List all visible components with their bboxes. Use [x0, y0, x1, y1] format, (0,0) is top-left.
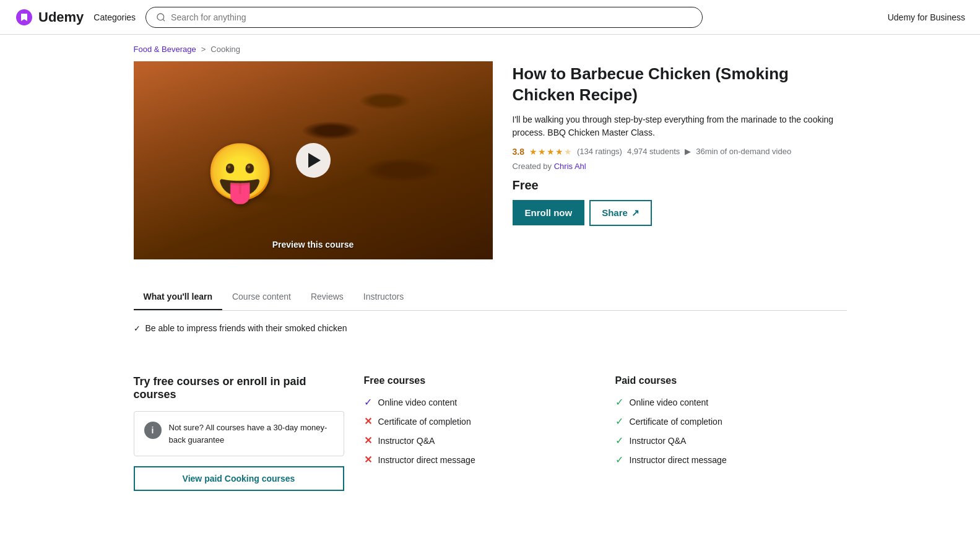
share-button[interactable]: Share ↗ — [589, 200, 652, 226]
main-content: Food & Beverage > Cooking 😛 Preview this… — [119, 35, 862, 506]
course-description: I'll be walking you through step-by-step… — [513, 113, 847, 139]
students-count: 4,974 students — [627, 147, 680, 156]
paid-feature-1-check: ✓ — [615, 415, 623, 427]
video-duration: 36min of on-demand video — [696, 147, 791, 156]
free-courses-col: Free courses ✓ Online video content ✕ Ce… — [364, 375, 596, 491]
free-feature-1-x: ✕ — [364, 415, 372, 427]
paid-feature-0-check: ✓ — [615, 396, 623, 408]
udemy-logo-icon — [15, 8, 33, 27]
free-feature-2: ✕ Instructor Q&A — [364, 435, 596, 446]
free-feature-1: ✕ Certificate of completion — [364, 415, 596, 427]
free-feature-2-x: ✕ — [364, 435, 372, 446]
comparison-section: Try free courses or enroll in paid cours… — [134, 360, 847, 506]
free-feature-1-label: Certificate of completion — [378, 417, 471, 427]
tabs-section: What you'll learn Course content Reviews… — [134, 284, 847, 311]
tab-reviews[interactable]: Reviews — [301, 284, 353, 310]
star-5: ★ — [564, 147, 572, 157]
breadcrumb-food-beverage[interactable]: Food & Beverage — [134, 45, 196, 54]
paid-feature-2-label: Instructor Q&A — [630, 436, 687, 446]
play-triangle-icon — [308, 153, 321, 168]
learn-item-0: ✓ Be able to impress friends with their … — [134, 323, 847, 333]
course-info: How to Barbecue Chicken (Smoking Chicken… — [513, 61, 847, 226]
ratings-count: (134 ratings) — [577, 147, 622, 156]
free-feature-0-label: Online video content — [378, 397, 457, 407]
paid-feature-0-label: Online video content — [630, 397, 709, 407]
emoji-overlay: 😛 — [206, 144, 275, 200]
star-4: ★ — [555, 147, 563, 157]
rating-number: 3.8 — [513, 147, 524, 157]
search-icon — [156, 12, 166, 22]
notice-text: Not sure? All courses have a 30-day mone… — [169, 422, 334, 446]
paid-feature-0: ✓ Online video content — [615, 396, 847, 408]
free-col-title: Free courses — [364, 375, 596, 386]
tab-course-content[interactable]: Course content — [222, 284, 301, 310]
paid-feature-2-check: ✓ — [615, 435, 623, 446]
udemy-wordmark: Udemy — [38, 9, 84, 25]
header: Udemy Categories Udemy for Business — [0, 0, 980, 35]
search-bar[interactable] — [145, 7, 703, 28]
tab-what-youll-learn[interactable]: What you'll learn — [134, 284, 222, 310]
preview-label: Preview this course — [272, 240, 354, 249]
business-link[interactable]: Udemy for Business — [888, 12, 965, 22]
video-icon: ▶ — [685, 147, 691, 156]
free-feature-3-label: Instructor direct message — [378, 455, 475, 465]
free-feature-0: ✓ Online video content — [364, 396, 596, 408]
paid-col-title: Paid courses — [615, 375, 847, 386]
course-layout: 😛 Preview this course How to Barbecue Ch… — [134, 61, 847, 259]
paid-feature-3-check: ✓ — [615, 454, 623, 466]
paid-feature-1: ✓ Certificate of completion — [615, 415, 847, 427]
course-title: How to Barbecue Chicken (Smoking Chicken… — [513, 64, 847, 106]
stars: ★ ★ ★ ★ ★ — [529, 147, 572, 157]
created-by: Created by Chris Ahl — [513, 162, 847, 171]
star-3: ★ — [547, 147, 555, 157]
paid-feature-2: ✓ Instructor Q&A — [615, 435, 847, 446]
search-input[interactable] — [171, 12, 692, 22]
paid-feature-3-label: Instructor direct message — [630, 455, 727, 465]
free-feature-0-check: ✓ — [364, 396, 372, 408]
enroll-button[interactable]: Enroll now — [513, 200, 585, 225]
share-arrow-icon: ↗ — [631, 207, 640, 219]
info-icon: i — [144, 422, 162, 439]
play-button[interactable] — [296, 143, 331, 178]
share-label: Share — [602, 207, 628, 218]
paid-courses-col: Paid courses ✓ Online video content ✓ Ce… — [615, 375, 847, 491]
star-1: ★ — [529, 147, 537, 157]
breadcrumb-cooking: Cooking — [210, 45, 240, 54]
video-container[interactable]: 😛 Preview this course — [134, 61, 493, 259]
breadcrumb: Food & Beverage > Cooking — [134, 35, 847, 61]
learn-item-text-0: Be able to impress friends with their sm… — [145, 323, 347, 333]
free-feature-2-label: Instructor Q&A — [378, 436, 435, 446]
categories-nav[interactable]: Categories — [93, 12, 136, 22]
tabs: What you'll learn Course content Reviews… — [134, 284, 847, 310]
action-buttons: Enroll now Share ↗ — [513, 200, 847, 226]
tab-instructors[interactable]: Instructors — [353, 284, 414, 310]
checkmark-icon: ✓ — [134, 324, 141, 333]
view-paid-button[interactable]: View paid Cooking courses — [134, 466, 344, 491]
star-2: ★ — [538, 147, 546, 157]
learn-section: ✓ Be able to impress friends with their … — [134, 311, 847, 350]
paid-feature-3: ✓ Instructor direct message — [615, 454, 847, 466]
comparison-title: Try free courses or enroll in paid cours… — [134, 375, 344, 401]
price-label: Free — [513, 178, 847, 193]
free-feature-3-x: ✕ — [364, 454, 372, 466]
rating-row: 3.8 ★ ★ ★ ★ ★ (134 ratings) 4,974 studen… — [513, 147, 847, 157]
breadcrumb-separator: > — [201, 45, 206, 54]
instructor-link[interactable]: Chris Ahl — [554, 162, 586, 171]
svg-point-0 — [157, 14, 164, 20]
paid-feature-1-label: Certificate of completion — [630, 417, 722, 427]
svg-line-1 — [163, 19, 165, 21]
logo-area[interactable]: Udemy — [15, 8, 84, 27]
video-thumbnail: 😛 Preview this course — [134, 61, 493, 259]
comparison-left: Try free courses or enroll in paid cours… — [134, 375, 344, 491]
notice-box: i Not sure? All courses have a 30-day mo… — [134, 411, 344, 456]
free-feature-3: ✕ Instructor direct message — [364, 454, 596, 466]
comparison-columns: Free courses ✓ Online video content ✕ Ce… — [364, 375, 847, 491]
